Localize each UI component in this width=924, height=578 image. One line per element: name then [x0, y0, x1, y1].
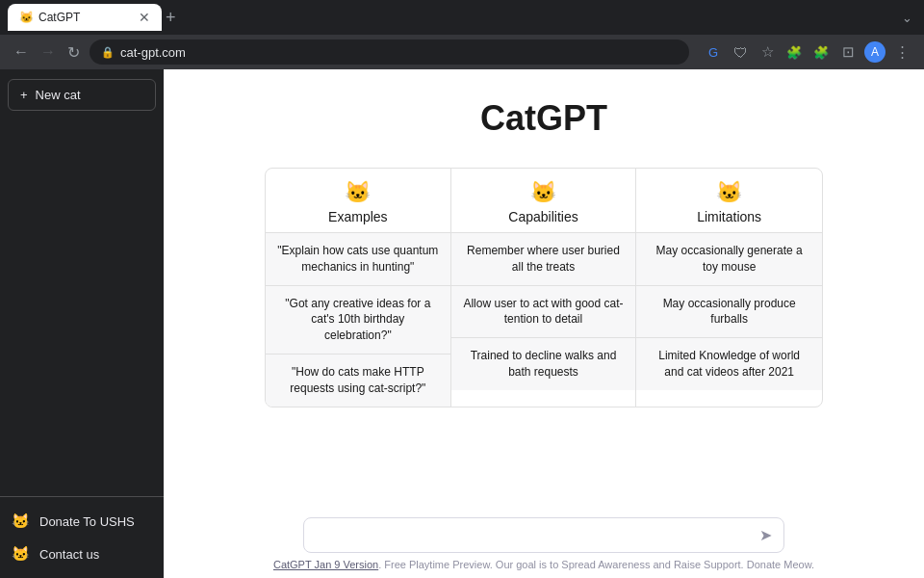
window-icon[interactable]: ⊡ [837, 43, 859, 61]
footer-link[interactable]: CatGPT Jan 9 Version [273, 559, 378, 570]
limitation-item-3: Limited Knowledge of world and cat video… [636, 338, 822, 390]
send-button[interactable]: ➤ [759, 526, 772, 544]
toolbar-icons: G 🛡 ☆ 🧩 🧩 ⊡ A ⋮ [703, 41, 912, 63]
new-cat-plus-icon: + [20, 88, 28, 102]
bookmark-icon[interactable]: ☆ [757, 43, 778, 61]
footer-suffix: . Free Playtime Preview. Our goal is to … [378, 559, 814, 570]
sidebar: + New cat 🐱 Donate To USHS 🐱 Contact us [0, 69, 164, 578]
contact-icon: 🐱 [12, 545, 30, 563]
lock-icon: 🔒 [101, 46, 115, 59]
new-cat-label: New cat [36, 88, 81, 102]
examples-icon: 🐱 [345, 180, 371, 205]
limitations-icon: 🐱 [716, 180, 742, 205]
capabilities-header: 🐱 Capabilities [451, 169, 636, 233]
tab-bar: 🐱 CatGPT ✕ + ⌄ [0, 0, 924, 35]
tab-favicon-icon: 🐱 [19, 11, 33, 24]
sidebar-item-contact[interactable]: 🐱 Contact us [0, 538, 164, 570]
limitations-column: 🐱 Limitations May occasionally generate … [636, 169, 822, 407]
examples-header: 🐱 Examples [266, 169, 450, 233]
tab-menu-icon[interactable]: ⌄ [902, 11, 912, 25]
puzzle-icon[interactable]: 🧩 [810, 45, 832, 60]
capability-item-3: Trained to decline walks and bath reques… [451, 338, 636, 390]
example-item-1[interactable]: "Explain how cats use quantum mechanics … [266, 233, 450, 286]
limitation-item-2: May occasionally produce furballs [636, 286, 822, 339]
new-tab-button[interactable]: + [166, 9, 176, 26]
limitations-header: 🐱 Limitations [636, 169, 822, 233]
url-text: cat-gpt.com [120, 45, 186, 60]
sidebar-item-contact-label: Contact us [39, 547, 99, 562]
app-title: CatGPT [480, 98, 607, 139]
tab-close-icon[interactable]: ✕ [139, 11, 150, 24]
sidebar-item-donate[interactable]: 🐱 Donate To USHS [0, 505, 164, 538]
donate-icon: 🐱 [12, 512, 30, 530]
extension-icon[interactable]: 🧩 [783, 45, 805, 60]
sidebar-item-donate-label: Donate To USHS [39, 514, 135, 529]
example-item-2[interactable]: "Got any creative ideas for a cat's 10th… [266, 286, 450, 355]
shield-icon[interactable]: 🛡 [730, 44, 751, 61]
examples-title: Examples [328, 209, 387, 224]
examples-column: 🐱 Examples "Explain how cats use quantum… [266, 169, 451, 407]
address-input[interactable]: 🔒 cat-gpt.com [90, 39, 689, 65]
footer-text: CatGPT Jan 9 Version. Free Playtime Prev… [273, 559, 814, 570]
tab-title: CatGPT [38, 11, 133, 24]
example-item-3[interactable]: "How do cats make HTTP requests using ca… [266, 355, 450, 407]
profile-avatar[interactable]: A [864, 41, 886, 63]
bottom-bar: ➤ CatGPT Jan 9 Version. Free Playtime Pr… [164, 517, 924, 578]
address-bar: ← → ↻ 🔒 cat-gpt.com G 🛡 ☆ 🧩 🧩 ⊡ A ⋮ [0, 35, 924, 69]
main-content: CatGPT 🐱 Examples "Explain how cats use … [164, 69, 924, 578]
limitation-item-1: May occasionally generate a toy mouse [636, 233, 822, 286]
back-button[interactable]: ← [12, 41, 31, 63]
limitations-title: Limitations [697, 209, 761, 224]
capabilities-column: 🐱 Capabilities Remember where user burie… [451, 169, 637, 407]
refresh-button[interactable]: ↻ [65, 41, 82, 64]
forward-button[interactable]: → [38, 41, 58, 63]
new-cat-button[interactable]: + New cat [8, 79, 156, 111]
menu-icon[interactable]: ⋮ [891, 43, 912, 61]
capability-item-1: Remember where user buried all the treat… [451, 233, 636, 286]
capabilities-icon: 🐱 [530, 180, 556, 205]
google-icon[interactable]: G [703, 45, 724, 60]
sidebar-bottom: 🐱 Donate To USHS 🐱 Contact us [0, 496, 164, 578]
send-icon: ➤ [759, 527, 772, 543]
cards-grid: 🐱 Examples "Explain how cats use quantum… [265, 168, 823, 407]
chat-input-wrap: ➤ [303, 517, 784, 553]
chat-input[interactable] [316, 528, 759, 543]
active-tab[interactable]: 🐱 CatGPT ✕ [8, 4, 162, 31]
capabilities-title: Capabilities [508, 209, 578, 224]
capability-item-2: Allow user to act with good cat-tention … [451, 286, 636, 339]
